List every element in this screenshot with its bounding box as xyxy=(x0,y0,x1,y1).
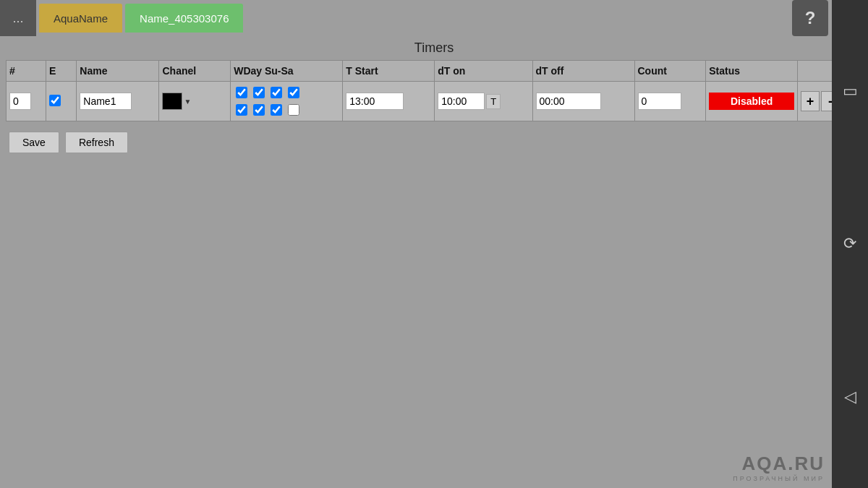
table-row: ▼ xyxy=(7,82,862,121)
page-title: Timers xyxy=(6,36,862,60)
cell-name xyxy=(77,82,159,121)
id-input[interactable] xyxy=(9,93,31,110)
watermark: AQA.RU ПРОЗРАЧНЫЙ МИР xyxy=(733,453,825,482)
col-header-dton: dT on xyxy=(435,61,532,82)
wday-extra-cb[interactable] xyxy=(288,104,299,116)
wday-wed xyxy=(268,85,284,100)
color-swatch[interactable] xyxy=(162,93,182,110)
watermark-sub: ПРОЗРАЧНЫЙ МИР xyxy=(733,475,825,482)
cell-dton: T xyxy=(435,82,532,121)
col-header-chanel: Chanel xyxy=(159,61,231,82)
cell-enabled xyxy=(46,82,76,121)
cell-wday xyxy=(231,82,343,121)
wday-mon xyxy=(234,85,250,100)
wday-sat xyxy=(251,102,267,118)
enabled-checkbox[interactable] xyxy=(49,95,61,106)
dton-wrapper: T xyxy=(438,93,529,110)
cell-tstart xyxy=(343,82,435,121)
add-row-button[interactable]: + xyxy=(801,91,820,111)
cell-chanel: ▼ xyxy=(159,82,231,121)
col-header-dtoff: dT off xyxy=(532,61,634,82)
col-header-count: Count xyxy=(634,61,706,82)
count-input[interactable] xyxy=(638,93,681,110)
table-header-row: # E Name Chanel WDay Su-Sa T Start dT on… xyxy=(7,61,862,82)
color-select-wrapper: ▼ xyxy=(162,93,227,110)
col-header-hash: # xyxy=(7,61,46,82)
wday-sun xyxy=(268,102,284,118)
right-nav: ▭ ⟳ ◁ xyxy=(832,0,868,488)
cell-count xyxy=(634,82,706,121)
top-bar: ... AquaName Name_405303076 ? xyxy=(0,0,868,36)
col-header-name: Name xyxy=(77,61,159,82)
rect-nav-icon[interactable]: ▭ xyxy=(835,77,864,106)
wday-tue-cb[interactable] xyxy=(253,87,265,98)
wday-sun-cb[interactable] xyxy=(271,104,282,116)
help-button[interactable]: ? xyxy=(792,0,828,36)
refresh-nav-icon[interactable]: ⟳ xyxy=(835,229,864,258)
wday-wed-cb[interactable] xyxy=(271,87,282,98)
t-badge[interactable]: T xyxy=(486,94,501,109)
col-header-e: E xyxy=(46,61,76,82)
wday-mon-cb[interactable] xyxy=(236,87,247,98)
wday-sat-cb[interactable] xyxy=(253,104,265,116)
tstart-input[interactable] xyxy=(346,93,404,110)
bottom-bar: Save Refresh xyxy=(6,132,862,153)
cell-dtoff xyxy=(532,82,634,121)
main-content: Timers # E Name Chanel WDay Su-Sa T Star… xyxy=(0,36,868,153)
wday-thu-cb[interactable] xyxy=(288,87,299,98)
wday-tue xyxy=(251,85,267,100)
menu-button[interactable]: ... xyxy=(0,0,36,36)
wday-thu xyxy=(286,85,302,100)
watermark-logo: AQA.RU xyxy=(733,453,825,475)
cell-id xyxy=(7,82,46,121)
wday-fri-cb[interactable] xyxy=(236,104,247,116)
back-nav-icon[interactable]: ◁ xyxy=(835,382,864,411)
wday-grid xyxy=(234,85,339,118)
dtoff-input[interactable] xyxy=(536,93,601,110)
name-input[interactable] xyxy=(80,93,132,110)
col-header-status: Status xyxy=(706,61,798,82)
refresh-button[interactable]: Refresh xyxy=(65,132,128,153)
cell-status: Disabled xyxy=(706,82,798,121)
dton-input[interactable] xyxy=(438,93,485,110)
tab-aquaname[interactable]: AquaName xyxy=(39,4,122,33)
col-header-tstart: T Start xyxy=(343,61,435,82)
color-dropdown-icon[interactable]: ▼ xyxy=(184,98,191,106)
status-badge[interactable]: Disabled xyxy=(709,93,794,110)
save-button[interactable]: Save xyxy=(9,132,59,153)
timers-table: # E Name Chanel WDay Su-Sa T Start dT on… xyxy=(6,60,862,121)
tab-name[interactable]: Name_405303076 xyxy=(125,4,243,33)
wday-extra xyxy=(286,102,302,118)
wday-fri xyxy=(234,102,250,118)
col-header-wday: WDay Su-Sa xyxy=(231,61,343,82)
